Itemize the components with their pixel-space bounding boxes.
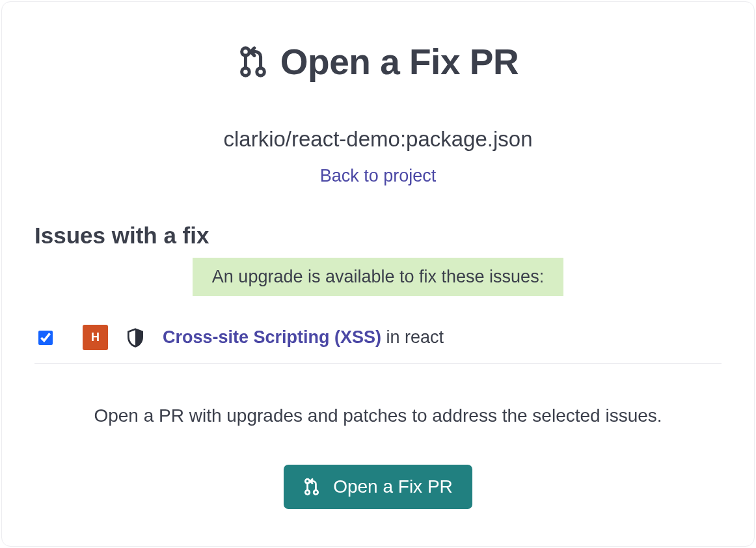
project-path-area: clarkio/react-demo:package.json	[34, 127, 722, 152]
action-description: Open a PR with upgrades and patches to a…	[34, 403, 722, 428]
title-area: Open a Fix PR	[34, 41, 722, 83]
issue-vulnerability-link[interactable]: Cross-site Scripting (XSS)	[163, 327, 381, 347]
back-to-project-link[interactable]: Back to project	[320, 166, 437, 185]
pull-request-icon	[237, 44, 269, 79]
page-title: Open a Fix PR	[237, 41, 519, 83]
back-link-area: Back to project	[34, 166, 722, 186]
open-fix-pr-button-label: Open a Fix PR	[333, 476, 453, 497]
fix-pr-card: Open a Fix PR clarkio/react-demo:package…	[1, 1, 755, 547]
open-fix-pr-button[interactable]: Open a Fix PR	[284, 465, 472, 509]
issue-checkbox[interactable]	[38, 331, 53, 345]
shield-icon	[125, 327, 146, 348]
upgrade-banner-wrap: An upgrade is available to fix these iss…	[34, 258, 722, 296]
pull-request-icon	[303, 477, 320, 497]
severity-badge-high: H	[83, 325, 108, 350]
issue-package-suffix: in react	[381, 327, 444, 347]
issue-text: Cross-site Scripting (XSS) in react	[163, 327, 444, 348]
cta-area: Open a Fix PR	[34, 465, 722, 509]
upgrade-available-banner: An upgrade is available to fix these iss…	[193, 258, 563, 296]
issue-row: H Cross-site Scripting (XSS) in react	[34, 320, 722, 364]
issues-section-title: Issues with a fix	[34, 223, 722, 249]
project-path: clarkio/react-demo:package.json	[34, 127, 722, 152]
issues-list: H Cross-site Scripting (XSS) in react	[34, 320, 722, 364]
page-title-text: Open a Fix PR	[280, 41, 519, 83]
